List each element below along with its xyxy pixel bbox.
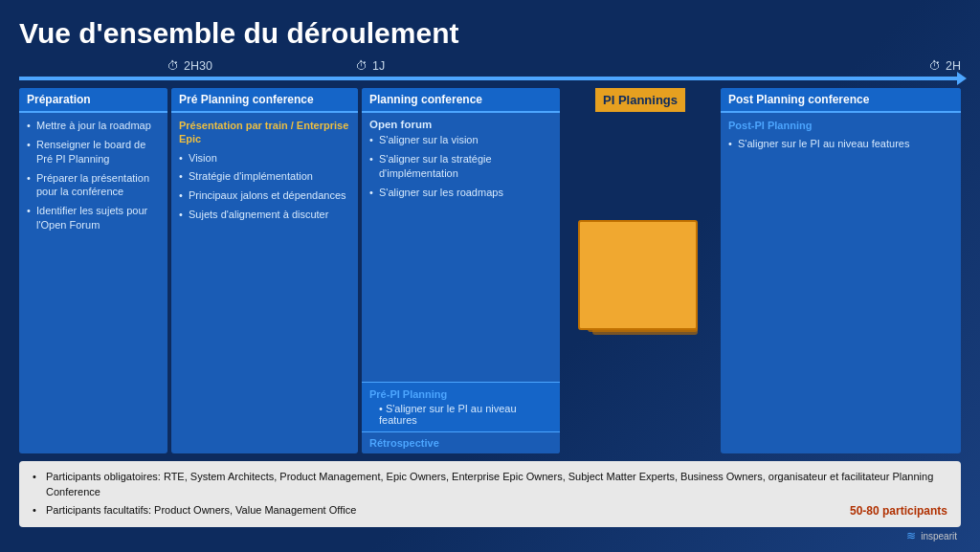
main-columns: Préparation Mettre à jour la roadmap Ren… xyxy=(19,88,961,453)
of-item-3: S'aligner sur les roadmaps xyxy=(369,186,552,200)
durations-row: ⏱ 2H30 ⏱ 1J ⏱ 2H xyxy=(19,59,961,73)
col-preparation: Préparation Mettre à jour la roadmap Ren… xyxy=(19,88,167,453)
post-list: S'aligner sur le PI au niveau features xyxy=(728,137,953,151)
inspearit-icon: ≋ xyxy=(906,529,916,542)
duration-label-1: 2H30 xyxy=(184,59,212,73)
pre-planning-subtitle: Présentation par train / Enterprise Epic xyxy=(179,119,350,146)
of-item-2: S'aligner sur la stratégie d'implémentat… xyxy=(369,152,552,181)
post-header: Post Planning conference xyxy=(721,88,961,113)
of-item-1: S'aligner sur la vision xyxy=(369,133,552,147)
duration-label-2: 1J xyxy=(372,59,385,73)
pi-stack-container xyxy=(578,112,702,453)
duration-label-3: 2H xyxy=(946,59,961,73)
pre-item-2: Stratégie d'implémentation xyxy=(179,169,350,184)
preparation-list: Mettre à jour la roadmap Renseigner le b… xyxy=(27,119,160,232)
footer-list: Participants obligatoires: RTE, System A… xyxy=(33,469,947,519)
page-title: Vue d'ensemble du déroulement xyxy=(19,17,961,50)
col-planning: Planning conference Open forum S'aligner… xyxy=(362,88,560,453)
pi-stack xyxy=(578,220,702,344)
pre-planning-header: Pré Planning conference xyxy=(171,88,358,113)
col-post: Post Planning conference Post-PI Plannin… xyxy=(721,88,961,453)
pi-header: PI Plannings xyxy=(595,88,685,112)
pre-pi-item-1: • S'aligner sur le PI au niveau features xyxy=(369,403,552,426)
pi-card-4 xyxy=(578,220,698,330)
post-subtitle: Post-PI Planning xyxy=(728,119,953,132)
col-pre-planning: Pré Planning conference Présentation par… xyxy=(171,88,358,453)
pre-planning-list: Vision Stratégie d'implémentation Princi… xyxy=(179,151,350,222)
retrospective-block: Rétrospective xyxy=(362,431,560,453)
preparation-body: Mettre à jour la roadmap Renseigner le b… xyxy=(19,113,167,453)
prep-item-2: Renseigner le board de Pré PI Planning xyxy=(27,138,160,166)
footer-box: Participants obligatoires: RTE, System A… xyxy=(19,461,961,528)
col-pi: PI Plannings xyxy=(564,88,717,453)
prep-item-4: Identifier les sujets pour l'Open Forum xyxy=(27,204,160,232)
page: Vue d'ensemble du déroulement ⏱ 2H30 ⏱ 1… xyxy=(0,0,980,552)
logo-area: ≋ inspearit xyxy=(19,529,957,542)
timeline-bar xyxy=(19,77,961,80)
footer-line-2: Participants facultatifs: Product Owners… xyxy=(33,502,947,519)
pre-item-4: Sujets d'alignement à discuter xyxy=(179,208,350,222)
planning-header: Planning conference xyxy=(362,88,560,113)
timeline-arrow-row xyxy=(19,77,961,80)
open-forum-title: Open forum xyxy=(369,119,552,130)
duration-3: ⏱ 2H xyxy=(929,59,961,73)
pre-pi-list: • S'aligner sur le PI au niveau features xyxy=(369,403,552,426)
clock-icon-2: ⏱ xyxy=(356,59,368,73)
planning-body: Open forum S'aligner sur la vision S'ali… xyxy=(362,113,560,378)
inspearit-text: inspearit xyxy=(921,531,957,541)
footer-line-1: Participants obligatoires: RTE, System A… xyxy=(33,469,947,500)
post-item-1: S'aligner sur le PI au niveau features xyxy=(728,137,953,151)
post-body: Post-PI Planning S'aligner sur le PI au … xyxy=(721,113,961,453)
pre-pi-block: Pré-PI Planning • S'aligner sur le PI au… xyxy=(362,382,560,431)
clock-icon-1: ⏱ xyxy=(167,59,180,73)
pre-item-3: Principaux jalons et dépendances xyxy=(179,188,350,203)
duration-2: ⏱ 1J xyxy=(356,59,557,73)
open-forum-list: S'aligner sur la vision S'aligner sur la… xyxy=(369,133,552,199)
prep-item-3: Préparer la présentation pour la confére… xyxy=(27,171,160,200)
pre-item-1: Vision xyxy=(179,151,350,166)
retrospective-label: Rétrospective xyxy=(369,437,439,449)
participants-count: 50-80 participants xyxy=(850,502,947,519)
clock-icon-3: ⏱ xyxy=(929,59,942,73)
preparation-header: Préparation xyxy=(19,88,167,113)
pre-pi-label: Pré-PI Planning xyxy=(369,388,552,400)
duration-1: ⏱ 2H30 xyxy=(167,59,356,73)
pre-planning-body: Présentation par train / Enterprise Epic… xyxy=(171,113,358,453)
prep-item-1: Mettre à jour la roadmap xyxy=(27,119,160,133)
